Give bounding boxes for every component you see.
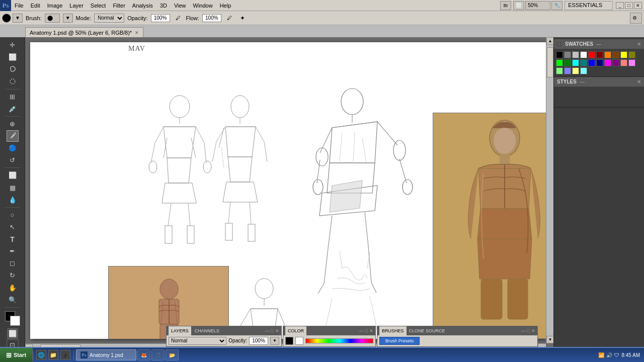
minimize-btn[interactable]: _ (616, 2, 624, 9)
brush-preview[interactable] (2, 14, 11, 23)
swatch-item[interactable] (588, 51, 595, 58)
menu-filter[interactable]: Filter (109, 0, 128, 11)
color-close-btn[interactable]: ✕ (369, 328, 373, 333)
security-tray-icon[interactable]: 🛡 (614, 352, 619, 358)
swatch-item[interactable] (604, 51, 611, 58)
eyedropper-tool[interactable]: 💉 (7, 103, 19, 115)
ql-winamp-btn[interactable]: ♪ (60, 350, 70, 360)
brush-size-btn[interactable]: ⬤ (45, 14, 60, 23)
swatch-item[interactable] (580, 59, 587, 66)
brushes-min-btn[interactable]: — (521, 328, 526, 333)
document-tab[interactable]: Anatomy 1.psd @ 50% (Layer 6, RGB/8)* ✕ (25, 27, 143, 37)
quick-select-tool[interactable] (7, 75, 19, 87)
eraser-tool[interactable]: ⬜ (7, 169, 19, 181)
taskbar-folder-btn[interactable]: 📂 (166, 349, 179, 360)
background-color[interactable] (10, 316, 20, 326)
history-brush-tool[interactable]: ↺ (7, 154, 19, 166)
maximize-btn[interactable]: □ (625, 2, 633, 9)
swatch-item[interactable] (620, 51, 627, 58)
swatch-item[interactable] (620, 59, 627, 66)
swatch-item[interactable] (612, 59, 619, 66)
fg-color-swatch[interactable] (285, 337, 293, 345)
clone-stamp-tool[interactable]: 🔵 (7, 142, 19, 154)
menu-file[interactable]: File (11, 0, 27, 11)
swatch-item[interactable] (628, 51, 635, 58)
styles-min-btn[interactable]: — (580, 79, 585, 84)
scroll-down-btn[interactable]: ▼ (546, 336, 553, 343)
path-selection-tool[interactable]: ↖ (7, 221, 19, 233)
channels-tab[interactable]: CHANNELS (192, 326, 222, 335)
workspace-selector[interactable]: ESSENTIALS (565, 1, 613, 10)
swatch-item[interactable] (572, 59, 579, 66)
menu-select[interactable]: Select (87, 0, 110, 11)
canvas-area[interactable]: MAV (25, 37, 553, 351)
menu-layer[interactable]: Layer (66, 0, 87, 11)
menu-help[interactable]: Help (216, 0, 235, 11)
bg-color-swatch[interactable] (295, 337, 303, 345)
close-btn[interactable]: ✕ (634, 2, 642, 9)
vertical-scrollbar[interactable]: ▲ ▼ (546, 37, 553, 343)
volume-tray-icon[interactable]: 🔊 (606, 352, 612, 358)
layers-max-btn[interactable]: □ (271, 328, 274, 333)
brush-preset-btn[interactable]: ▼ (13, 14, 23, 23)
brushes-close-btn[interactable]: ✕ (531, 328, 535, 333)
menu-edit[interactable]: Edit (27, 0, 44, 11)
taskbar-media-btn[interactable]: 🎵 (151, 349, 165, 360)
scroll-up-btn[interactable]: ▲ (546, 37, 553, 45)
swatches-close-btn[interactable]: ✕ (637, 41, 641, 47)
brush-tool[interactable] (7, 130, 19, 142)
swatch-item[interactable] (572, 67, 579, 74)
menu-image[interactable]: Image (44, 0, 66, 11)
flow-input[interactable] (202, 14, 221, 22)
swatch-item[interactable] (556, 59, 563, 66)
brush-preset-selected[interactable]: Brush Presets (379, 337, 420, 345)
menu-3d[interactable]: 3D (156, 0, 171, 11)
marquee-tool[interactable]: ⬜ (7, 51, 19, 63)
swatch-item[interactable] (580, 51, 587, 58)
color-spectrum-bar[interactable] (305, 338, 373, 343)
gradient-tool[interactable]: ▦ (7, 182, 19, 193)
color-max-btn[interactable]: □ (365, 328, 368, 333)
move-tool[interactable]: ✛ (7, 39, 19, 51)
swatch-item[interactable] (596, 51, 603, 58)
styles-panel-header[interactable]: STYLES — ✕ (554, 77, 644, 87)
scroll-thumb-v[interactable] (547, 47, 553, 77)
network-tray-icon[interactable]: 📶 (598, 352, 604, 358)
flow-pressure-icon[interactable]: 🖊 (224, 13, 234, 23)
brush-size-arrow[interactable]: ▼ (63, 14, 73, 23)
swatch-item[interactable] (604, 59, 611, 66)
airbrush-icon[interactable]: ✦ (237, 13, 248, 23)
ql-ie-btn[interactable]: 🌐 (36, 350, 46, 360)
lasso-tool[interactable] (7, 63, 19, 75)
3d-tool[interactable]: ↻ (7, 269, 19, 281)
zoom-display[interactable]: 50% (525, 1, 550, 10)
swatch-item[interactable] (596, 59, 603, 66)
menu-analysis[interactable]: Analysis (129, 0, 156, 11)
ql-explorer-btn[interactable]: 📁 (48, 350, 58, 360)
quick-mask-btn[interactable]: ⬜ (7, 328, 18, 339)
brushes-tab[interactable]: BRUSHES (379, 326, 407, 335)
opacity-pressure-icon[interactable]: 🖊 (173, 13, 183, 23)
layers-tab[interactable]: LAYERS (169, 326, 191, 335)
swatch-item[interactable] (564, 51, 571, 58)
clone-source-tab[interactable]: CLONE SOURCE (407, 326, 448, 335)
swatch-item[interactable] (556, 67, 563, 74)
doc-tab-close[interactable]: ✕ (135, 30, 139, 35)
layers-min-btn[interactable]: — (265, 328, 270, 333)
spot-heal-tool[interactable]: ⊕ (7, 118, 19, 130)
start-button[interactable]: ⊞ Start (0, 348, 33, 362)
dodge-tool[interactable]: ○ (7, 209, 19, 221)
type-tool[interactable]: T (7, 233, 19, 245)
color-tab[interactable]: COLOR (285, 326, 306, 335)
shape-tool[interactable]: ◻ (7, 257, 19, 269)
blur-tool[interactable]: 💧 (7, 194, 19, 206)
layer-mode-select[interactable]: Normal (169, 337, 226, 345)
layers-close-btn[interactable]: ✕ (275, 328, 279, 333)
brush-settings-icon[interactable]: ⚙ (630, 13, 642, 24)
swatch-item[interactable] (564, 59, 571, 66)
styles-close-btn[interactable]: ✕ (637, 79, 641, 84)
bridge-icon[interactable]: Br (500, 1, 511, 10)
taskbar-firefox-btn[interactable]: 🦊 (137, 349, 150, 360)
swatch-item[interactable] (564, 67, 571, 74)
hand-tool[interactable]: ✋ (7, 282, 19, 294)
